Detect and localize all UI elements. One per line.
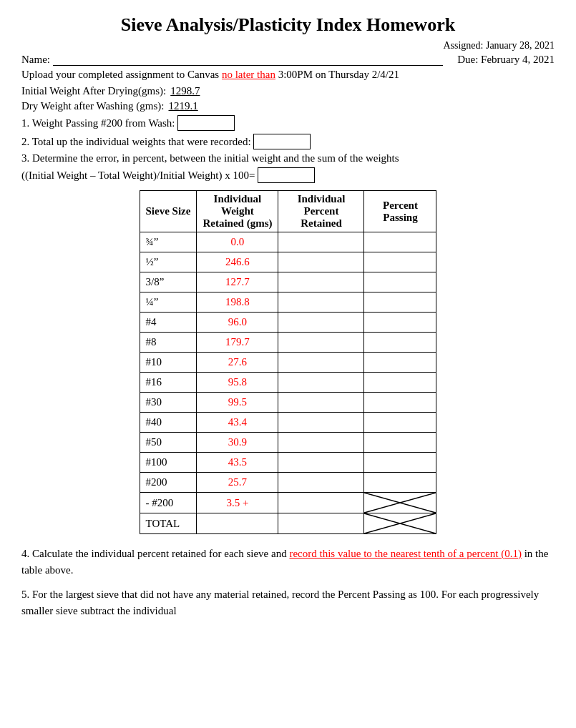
ipr-cell[interactable] — [278, 232, 364, 252]
upload-after: 3:00PM on Thursday 2/4/21 — [275, 69, 399, 80]
ipr-cell[interactable] — [278, 333, 364, 353]
q1-input[interactable] — [177, 115, 235, 131]
sieve-size-cell: #16 — [140, 373, 197, 393]
pp-cell[interactable] — [364, 453, 436, 473]
col-header-pp: PercentPassing — [364, 191, 436, 232]
pp-cell[interactable] — [364, 232, 436, 252]
weight-cell: 127.7 — [197, 272, 278, 292]
pp-cell[interactable] — [364, 292, 436, 313]
table-row: #5030.9 — [140, 433, 436, 453]
table-row: #20025.7 — [140, 473, 436, 493]
q2-text: 2. Total up the individual weights that … — [21, 136, 251, 148]
ipr-cell[interactable] — [278, 473, 364, 493]
dry-weight-label: Dry Weight after Washing (gms): — [21, 100, 165, 112]
name-label: Name: — [21, 54, 50, 66]
dry-weight-value: 1219.1 — [169, 100, 198, 112]
pp-cell[interactable] — [364, 393, 436, 413]
table-row: #4043.4 — [140, 413, 436, 433]
weight-cell: 99.5 — [197, 393, 278, 413]
sieve-size-cell: #50 — [140, 433, 197, 453]
ipr-cell[interactable] — [278, 433, 364, 453]
formula-text: ((Initial Weight – Total Weight)/Initial… — [21, 169, 255, 182]
table-row: #496.0 — [140, 313, 436, 333]
upload-underline: no later than — [222, 69, 275, 80]
weight-cell: 43.5 — [197, 453, 278, 473]
ipr-cell[interactable] — [278, 453, 364, 473]
weight-cell: 198.8 — [197, 292, 278, 313]
pp-cell[interactable] — [364, 353, 436, 373]
sieve-size-cell: #4 — [140, 313, 197, 333]
weight-cell: 25.7 — [197, 473, 278, 493]
col-header-ipr: IndividualPercentRetained — [278, 191, 364, 232]
sieve-size-cell: #40 — [140, 413, 197, 433]
pp-cell[interactable] — [364, 373, 436, 393]
sieve-size-cell: ¾” — [140, 232, 197, 252]
weight-cell: 96.0 — [197, 313, 278, 333]
table-row: ¼”198.8 — [140, 292, 436, 313]
name-input-line[interactable] — [53, 53, 443, 66]
sieve-size-cell: ¼” — [140, 292, 197, 313]
upload-line: Upload your completed assignment to Canv… — [21, 69, 555, 81]
pp-cell[interactable] — [364, 313, 436, 333]
pp-cell[interactable] — [364, 433, 436, 453]
weight-cell — [197, 513, 278, 534]
weight-cell: 43.4 — [197, 413, 278, 433]
ipr-cell[interactable] — [278, 353, 364, 373]
q5-text: 5. For the largest sieve that did not ha… — [21, 586, 555, 619]
pp-cell[interactable] — [364, 493, 436, 513]
pp-cell[interactable] — [364, 413, 436, 433]
page-title: Sieve Analysis/Plasticity Index Homework — [21, 14, 555, 36]
ipr-cell[interactable] — [278, 413, 364, 433]
sieve-size-cell: #200 — [140, 473, 197, 493]
pp-cell[interactable] — [364, 272, 436, 292]
initial-weight-value: 1298.7 — [170, 85, 200, 97]
sieve-size-cell: #30 — [140, 393, 197, 413]
ipr-cell[interactable] — [278, 272, 364, 292]
weight-cell: 179.7 — [197, 333, 278, 353]
sieve-table: Sieve Size IndividualWeightRetained (gms… — [140, 190, 437, 534]
ipr-cell[interactable] — [278, 313, 364, 333]
pp-cell[interactable] — [364, 473, 436, 493]
col-header-sieve: Sieve Size — [140, 191, 197, 232]
ipr-cell[interactable] — [278, 292, 364, 313]
table-row: - #2003.5 + — [140, 493, 436, 513]
table-row: ½”246.6 — [140, 252, 436, 272]
table-row: #3099.5 — [140, 393, 436, 413]
pp-cell[interactable] — [364, 252, 436, 272]
formula-input[interactable] — [258, 167, 315, 183]
weight-cell: 95.8 — [197, 373, 278, 393]
table-row: #1695.8 — [140, 373, 436, 393]
q1-text: 1. Weight Passing #200 from Wash: — [21, 117, 175, 129]
sieve-size-cell: #10 — [140, 353, 197, 373]
q3-text: 3. Determine the error, in percent, betw… — [21, 152, 399, 164]
q4-text: 4. Calculate the individual percent reta… — [21, 546, 555, 578]
ipr-cell[interactable] — [278, 493, 364, 513]
q2-input[interactable] — [253, 134, 311, 149]
sieve-size-cell: #8 — [140, 333, 197, 353]
table-row: TOTAL — [140, 513, 436, 534]
sieve-size-cell: - #200 — [140, 493, 197, 513]
due-text: Due: February 4, 2021 — [457, 54, 555, 66]
col-header-weight: IndividualWeightRetained (gms) — [197, 191, 278, 232]
weight-cell: 3.5 + — [197, 493, 278, 513]
ipr-cell[interactable] — [278, 373, 364, 393]
initial-weight-label: Initial Weight After Drying(gms): — [21, 85, 166, 97]
sieve-size-cell: #100 — [140, 453, 197, 473]
weight-cell: 27.6 — [197, 353, 278, 373]
assigned-line: Assigned: January 28, 2021 — [21, 40, 555, 51]
ipr-cell[interactable] — [278, 393, 364, 413]
ipr-cell[interactable] — [278, 252, 364, 272]
table-row: ¾”0.0 — [140, 232, 436, 252]
upload-before: Upload your completed assignment to Canv… — [21, 69, 222, 80]
assigned-text: Assigned: January 28, 2021 — [443, 40, 555, 51]
weight-cell: 0.0 — [197, 232, 278, 252]
pp-cell[interactable] — [364, 513, 436, 534]
ipr-cell[interactable] — [278, 513, 364, 534]
table-row: #8179.7 — [140, 333, 436, 353]
weight-cell: 30.9 — [197, 433, 278, 453]
table-row: 3/8”127.7 — [140, 272, 436, 292]
sieve-size-cell: ½” — [140, 252, 197, 272]
sieve-size-cell: TOTAL — [140, 513, 197, 534]
table-row: #10043.5 — [140, 453, 436, 473]
pp-cell[interactable] — [364, 333, 436, 353]
